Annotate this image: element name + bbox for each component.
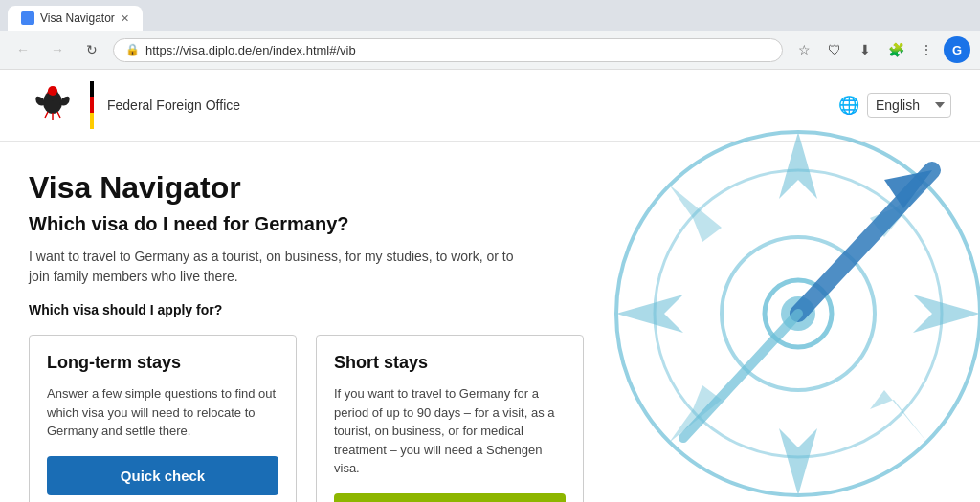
language-selector[interactable]: 🌐 English Deutsch Français العربية 中文 bbox=[838, 93, 951, 118]
page-title: Visa Navigator bbox=[29, 170, 951, 206]
language-dropdown[interactable]: English Deutsch Français العربية 中文 bbox=[867, 93, 951, 118]
tab-title: Visa Navigator bbox=[40, 11, 115, 25]
short-term-card-text: If you want to travel to Germany for a p… bbox=[334, 384, 566, 478]
long-term-card-text: Answer a few simple questions to find ou… bbox=[47, 384, 278, 441]
main-content: Visa Navigator Which visa do I need for … bbox=[0, 142, 980, 502]
site-header: Federal Foreign Office 🌐 English Deutsch… bbox=[0, 70, 980, 142]
tab-close-button[interactable]: ✕ bbox=[121, 12, 129, 25]
long-term-card: Long-term stays Answer a few simple ques… bbox=[29, 335, 297, 502]
shield-icon[interactable]: 🛡 bbox=[821, 36, 848, 63]
short-term-card: Short stays If you want to travel to Ger… bbox=[316, 335, 584, 502]
url-text: https://visa.diplo.de/en/index.html#/vib bbox=[145, 43, 770, 57]
eagle-logo bbox=[29, 81, 77, 129]
active-tab[interactable]: Visa Navigator ✕ bbox=[8, 6, 143, 31]
more-icon[interactable]: ⋮ bbox=[913, 36, 940, 63]
long-term-card-title: Long-term stays bbox=[47, 353, 278, 373]
toolbar-icons: ☆ 🛡 ⬇ 🧩 ⋮ G bbox=[791, 36, 970, 63]
lock-icon: 🔒 bbox=[125, 43, 140, 56]
browser-tabs: Visa Navigator ✕ bbox=[0, 0, 980, 31]
bookmark-icon[interactable]: ☆ bbox=[791, 36, 817, 63]
logo-stripe bbox=[90, 81, 94, 129]
puzzle-icon[interactable]: 🧩 bbox=[882, 36, 909, 63]
quick-check-button[interactable]: Quick check bbox=[47, 456, 278, 495]
logo-text: Federal Foreign Office bbox=[107, 98, 240, 113]
short-term-card-title: Short stays bbox=[334, 353, 566, 373]
which-visa-label: Which visa should I apply for? bbox=[29, 302, 951, 317]
page-wrapper: Federal Foreign Office 🌐 English Deutsch… bbox=[0, 70, 980, 502]
forward-button[interactable]: → bbox=[44, 36, 71, 63]
browser-chrome: Visa Navigator ✕ ← → ↻ 🔒 https://visa.di… bbox=[0, 0, 980, 70]
page-subtitle: Which visa do I need for Germany? bbox=[29, 213, 951, 235]
schengen-visa-button[interactable]: Schengen visa application bbox=[334, 493, 566, 503]
globe-icon: 🌐 bbox=[838, 95, 859, 116]
browser-toolbar: ← → ↻ 🔒 https://visa.diplo.de/en/index.h… bbox=[0, 31, 980, 69]
tab-favicon bbox=[21, 11, 34, 25]
cards-row: Long-term stays Answer a few simple ques… bbox=[29, 335, 951, 502]
download-icon[interactable]: ⬇ bbox=[852, 36, 879, 63]
reload-button[interactable]: ↻ bbox=[78, 36, 105, 63]
page-description: I want to travel to Germany as a tourist… bbox=[29, 247, 526, 287]
svg-point-2 bbox=[48, 86, 57, 96]
back-button[interactable]: ← bbox=[10, 36, 36, 63]
profile-button[interactable]: G bbox=[944, 36, 970, 63]
logo-area: Federal Foreign Office bbox=[29, 81, 240, 129]
address-bar[interactable]: 🔒 https://visa.diplo.de/en/index.html#/v… bbox=[113, 38, 783, 62]
